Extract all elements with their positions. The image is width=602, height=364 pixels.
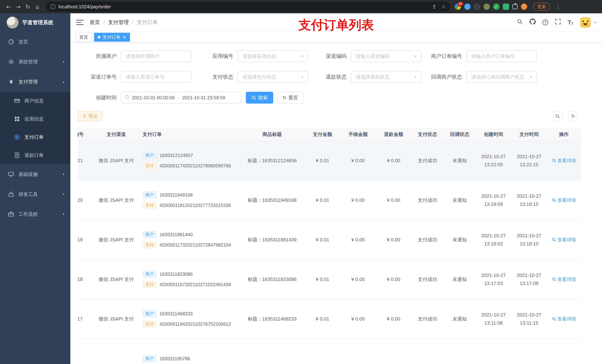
logo-avatar [7, 17, 19, 29]
browser-profile-avatar[interactable] [521, 3, 527, 10]
browser-menu-icon[interactable]: ⋮ [556, 4, 561, 10]
refresh-table-button[interactable]: ↻ [568, 111, 578, 121]
close-icon[interactable]: × [123, 35, 126, 39]
chevron-down-icon: ▾ [63, 212, 64, 216]
sidebar-item-system[interactable]: 系统管理 ▾ [0, 52, 70, 72]
cell-created: 2021-10-2713:17:03 [476, 260, 511, 299]
merchant-select[interactable] [121, 50, 191, 62]
sidebar-item-merchant-info[interactable]: 商户信息 [0, 92, 70, 110]
search-button[interactable]: 搜索 [246, 92, 273, 104]
cell-id: 118 [78, 260, 93, 299]
url-bar[interactable]: i localhost:1024/pay/order ↥ ☆ [46, 2, 450, 12]
cell-paid: 2021-10-2713:22:15 [511, 141, 547, 180]
view-detail-link[interactable]: 查看详情 [552, 197, 576, 203]
share-icon[interactable]: ↥ [432, 4, 436, 10]
sidebar-item-workflow[interactable]: 工作流程 ▾ [0, 204, 70, 224]
view-detail-link[interactable]: 查看详情 [552, 276, 576, 282]
table-row-partial: 商户163531195786 [78, 339, 581, 364]
view-detail-link[interactable]: 查看详情 [552, 316, 576, 322]
extensions-puzzle-icon[interactable] [512, 4, 517, 9]
filter-label-notify-status: 回调商户状态 [421, 73, 466, 81]
extension-icon[interactable] [484, 3, 490, 10]
channel-code-select[interactable]: 请输入渠道编码▾ [351, 50, 421, 62]
browser-update-button[interactable]: 更新 [533, 3, 550, 11]
sidebar-item-label: 应用信息 [24, 116, 44, 122]
pay-status-select[interactable]: 请选择支付状态▾ [238, 71, 308, 83]
fullscreen-icon[interactable] [555, 19, 561, 26]
sidebar-item-app-info[interactable]: 应用信息 [0, 110, 70, 128]
notify-status-select[interactable]: 请选择订单回调商户状态▾ [466, 71, 537, 83]
help-icon[interactable]: ? [542, 20, 548, 25]
cell-fee: ¥ 0.00 [340, 141, 376, 180]
reset-button[interactable]: ↻ 重置 [277, 92, 304, 104]
view-detail-link[interactable]: 查看详情 [552, 157, 576, 164]
filter-label-create-time: 创建时间 [78, 94, 121, 101]
refund-status-select[interactable]: 请选择退款状态▾ [351, 71, 421, 83]
cell-created: 2021-10-2713:22:05 [476, 141, 511, 180]
font-size-icon[interactable]: TT [568, 19, 573, 26]
extension-icon[interactable]: 10 [455, 3, 461, 10]
cell-amount: ¥ 0.01 [305, 141, 340, 180]
cell-notify: 未通知 [443, 180, 476, 220]
pay-tag: 支付 [142, 162, 157, 169]
view-detail-link[interactable]: 查看详情 [552, 237, 576, 243]
cell-status: 支付成功 [411, 260, 443, 299]
pay-tag: 支付 [142, 321, 157, 328]
sidebar-item-refund-order[interactable]: 退款订单 [0, 146, 70, 164]
caret-down-icon[interactable]: ▾ [594, 20, 596, 25]
extension-icon[interactable]: ✓ [493, 3, 499, 10]
cell-refund: ¥ 0.00 [376, 141, 411, 180]
cell-amount: ¥ 0.01 [305, 260, 340, 299]
sidebar-item-payment[interactable]: ¥ 支付管理 ▴ [0, 72, 70, 92]
active-tab-dot [98, 36, 100, 39]
download-icon: ↧ [83, 114, 86, 119]
tab-home[interactable]: 首页 [75, 33, 92, 42]
cell-notify: 未通知 [443, 299, 476, 338]
cell-channel: 微信 JSAPI 支付 [93, 220, 140, 259]
chevron-down-icon: ▾ [63, 172, 64, 177]
extension-icon[interactable] [464, 3, 471, 10]
site-info-icon[interactable]: i [50, 4, 55, 9]
monitor-icon [8, 171, 14, 177]
cell-id: 121 [78, 141, 93, 180]
sidebar-item-home[interactable]: 首页 [0, 32, 70, 52]
cell-channel: 微信 JSAPI 支付 [93, 299, 140, 338]
chevron-down-icon: ▾ [301, 75, 303, 79]
channel-order-no-input[interactable] [121, 71, 191, 83]
bookmark-star-icon[interactable]: ☆ [441, 4, 446, 10]
export-button[interactable]: ↧ 导出 [78, 111, 102, 121]
column-header: 商品标题 [239, 128, 305, 141]
extension-icon[interactable] [474, 3, 480, 10]
user-avatar[interactable] [580, 17, 591, 28]
sidebar-item-infra[interactable]: 基础设施 ▾ [0, 164, 70, 184]
browser-back-button[interactable]: ← [4, 3, 13, 10]
cell-status: 支付成功 [411, 299, 443, 338]
browser-reload-button[interactable]: ↻ [23, 3, 32, 10]
orders-table: 编号 支付渠道 支付订单 商品标题 支付金额 手续金额 退款金额 支付状态 回调… [78, 128, 595, 364]
sidebar-toggle-icon[interactable] [76, 20, 84, 25]
extension-icon[interactable] [503, 3, 509, 10]
breadcrumb-separator: / [132, 20, 134, 25]
cell-title: 标题：1635311949168 [239, 180, 305, 220]
cell-order: 商户163531195786 [140, 339, 239, 364]
refresh-icon: ↻ [282, 95, 287, 100]
merchant-order-no-input[interactable] [466, 50, 537, 62]
tab-pay-order[interactable]: 支付订单 × [94, 33, 130, 42]
breadcrumb-section[interactable]: 支付管理 [108, 19, 129, 26]
column-header: 回调状态 [443, 128, 476, 141]
pay-tag: 支付 [142, 241, 157, 248]
browser-forward-button[interactable]: → [13, 3, 23, 10]
create-time-range-picker[interactable]: 2021-10-01 00:00:00 - 2021-10-31 23:59:5… [121, 92, 241, 104]
search-icon[interactable] [517, 19, 523, 26]
breadcrumb-home[interactable]: 首页 [90, 19, 100, 26]
app-select[interactable]: 请选择应用信息▾ [238, 50, 308, 62]
sidebar-item-pay-order[interactable]: 支付订单 [0, 128, 70, 146]
payment-submenu: 商户信息 应用信息 支付订单 退款订单 [0, 92, 70, 164]
cell-id: 119 [78, 220, 93, 259]
record-circle-icon [14, 134, 20, 140]
sidebar-item-dev-tools[interactable]: 研发工具 ▾ [0, 184, 70, 204]
github-icon[interactable] [529, 19, 536, 26]
toggle-search-button[interactable] [552, 111, 563, 121]
browser-home-button[interactable]: ⌂ [32, 3, 42, 10]
merchant-tag: 商户 [142, 231, 157, 238]
